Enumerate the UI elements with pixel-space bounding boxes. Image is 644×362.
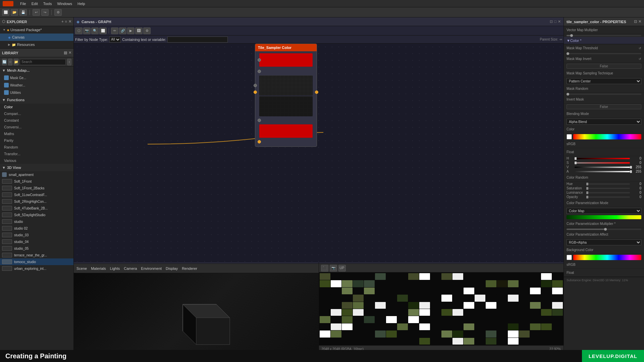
lib-item-studio03[interactable]: studio_03 — [0, 232, 73, 238]
gt-btn-5[interactable]: ✏ — [111, 27, 118, 34]
lib-cat-mesh[interactable]: ▼ Mesh Adap... — [0, 67, 73, 74]
menu-help[interactable]: Help — [77, 2, 85, 6]
color-param-mode-dropdown[interactable]: Color Map — [567, 208, 641, 214]
explorer-resources[interactable]: ▶ 📁 Resources — [0, 41, 73, 48]
lib-subcat-parity[interactable]: Parity — [0, 137, 73, 144]
color-swatch[interactable] — [567, 134, 572, 139]
lib-item-soft1front[interactable]: Soft_1Front — [0, 178, 73, 185]
tile-sampler-node[interactable]: Tile_Sampler Color — [255, 44, 317, 147]
v-slider[interactable] — [575, 167, 630, 168]
lib-cat-weather[interactable]: Weather... — [0, 81, 73, 89]
explorer-close[interactable]: ✕ — [68, 19, 71, 24]
gt-btn-8[interactable]: 🅰 — [135, 27, 143, 34]
props-close[interactable]: ✕ — [638, 19, 641, 24]
color-section-title[interactable]: ▼ Color * — [564, 37, 644, 44]
toolbar-redo[interactable]: ↪ — [41, 9, 49, 16]
s-slider[interactable] — [575, 162, 630, 164]
toolbar-save[interactable]: 💾 — [19, 9, 27, 16]
tab-renderer[interactable]: Renderer — [182, 266, 197, 270]
props-undock[interactable]: ⊡ — [634, 19, 637, 24]
vector-map-slider[interactable] — [567, 35, 641, 36]
filter-text-input[interactable] — [167, 37, 228, 43]
v-thumb[interactable] — [630, 166, 632, 169]
tab-materials[interactable]: Materials — [91, 266, 106, 270]
explorer-add[interactable]: + — [61, 19, 63, 24]
tab-environment[interactable]: Environment — [141, 266, 162, 270]
opac-thumb[interactable] — [586, 196, 588, 198]
toolbar-undo[interactable]: ↩ — [33, 9, 40, 16]
lib-subcat-transfor[interactable]: Transfor... — [0, 150, 73, 157]
opac-slider[interactable] — [586, 196, 630, 198]
graph-undock[interactable]: ⊡ — [550, 19, 553, 24]
lib-subcat-conversi[interactable]: Conversi... — [0, 124, 73, 130]
tab-display[interactable]: Display — [166, 266, 178, 270]
hue-slider[interactable] — [586, 183, 630, 185]
tab-lights[interactable]: Lights — [110, 266, 120, 270]
menu-tools[interactable]: Tools — [43, 2, 52, 6]
tab-camera[interactable]: Camera — [124, 266, 137, 270]
menu-edit[interactable]: Edit — [32, 2, 38, 6]
hue-thumb[interactable] — [586, 183, 588, 185]
lib-item-soft2ring[interactable]: Soft_2RingHighCon... — [0, 198, 73, 205]
library-view-icon[interactable]: ▤ — [64, 51, 67, 55]
lib-tb-1[interactable]: 🔄 — [2, 59, 7, 65]
explorer-package[interactable]: ▼ ■ Unsaved Package* — [0, 26, 73, 34]
v2d-tb-2[interactable]: 📷 — [330, 265, 337, 272]
lib-item-urban[interactable]: urban_exploring_int... — [0, 265, 73, 272]
lib-item-studio[interactable]: studio — [0, 218, 73, 225]
lib-subcat-color[interactable]: Color — [0, 104, 73, 110]
toolbar-open[interactable]: 📂 — [11, 9, 18, 16]
mask-threshold-thumb[interactable] — [567, 52, 569, 55]
parent-size-controls[interactable]: ⇔ — [559, 38, 562, 41]
color-param-affect-dropdown[interactable]: RGB+Alpha — [567, 239, 641, 245]
v2d-tb-1[interactable]: ⬛ — [321, 265, 328, 272]
bg-color-gradient[interactable] — [573, 255, 641, 260]
toolbar-settings[interactable]: ⚙ — [54, 9, 62, 16]
filter-type-select[interactable]: All — [109, 37, 121, 43]
color-param-mult-thumb[interactable] — [604, 228, 607, 231]
lib-sort[interactable]: ↕ — [67, 59, 71, 65]
lib-cat-functions[interactable]: ▼ Functions — [0, 96, 73, 104]
bg-color-swatch[interactable] — [567, 255, 572, 260]
graph-canvas[interactable]: Tile_Sampler Color — [74, 44, 564, 262]
lib-item-small-apt[interactable]: small_apartment — [0, 171, 73, 178]
port-in-2[interactable] — [258, 70, 261, 73]
sat-thumb[interactable] — [586, 187, 588, 190]
mask-random-thumb[interactable] — [567, 93, 569, 96]
lib-item-terrace[interactable]: terrace_near_the_gr... — [0, 252, 73, 258]
lib-subcat-random[interactable]: Random — [0, 144, 73, 150]
library-close[interactable]: ✕ — [68, 51, 71, 55]
toolbar-new[interactable]: ⬜ — [2, 9, 9, 16]
lib-cat-mask[interactable]: Mask Ge... — [0, 74, 73, 81]
gt-btn-7[interactable]: ▶ — [127, 27, 135, 34]
vector-map-thumb[interactable] — [570, 34, 573, 37]
mask-threshold-slider[interactable] — [567, 53, 641, 54]
lib-item-soft1front2backs[interactable]: Soft_1Front_2Backs — [0, 185, 73, 191]
s-thumb[interactable] — [575, 162, 577, 164]
gt-btn-1[interactable]: ⬡ — [75, 27, 83, 34]
lib-subcat-compari[interactable]: Compari... — [0, 110, 73, 117]
port-out-1[interactable] — [315, 90, 318, 94]
explorer-canvas[interactable]: ◈ Canvas — [0, 34, 73, 41]
lib-item-studio04[interactable]: studio_04 — [0, 238, 73, 245]
mask-sampling-dropdown[interactable]: Pattern Center — [567, 78, 641, 84]
port-in-3[interactable] — [254, 84, 257, 87]
explorer-menu[interactable]: ≡ — [65, 19, 67, 24]
h-slider[interactable] — [575, 158, 630, 159]
lib-tb-2[interactable]: ☆ — [8, 59, 12, 65]
a-thumb[interactable] — [630, 170, 632, 173]
lib-cat-3dview[interactable]: ▼ 3D View — [0, 164, 73, 171]
h-thumb[interactable] — [575, 157, 577, 160]
library-search[interactable] — [20, 59, 66, 65]
graph-maximize[interactable]: □ — [554, 19, 556, 24]
a-slider[interactable] — [575, 171, 630, 172]
lib-cat-utils[interactable]: Utilities — [0, 89, 73, 96]
tab-scene[interactable]: Scene — [76, 266, 87, 270]
view2d-content[interactable] — [319, 273, 564, 345]
mask-random-slider[interactable] — [567, 94, 641, 95]
mask-threshold-reset[interactable]: ↺ — [639, 47, 641, 50]
blending-mode-dropdown[interactable]: Alpha Blend — [567, 119, 641, 125]
lum-slider[interactable] — [586, 192, 630, 193]
gt-btn-4[interactable]: ⬜ — [99, 27, 107, 34]
lum-thumb[interactable] — [586, 191, 588, 194]
